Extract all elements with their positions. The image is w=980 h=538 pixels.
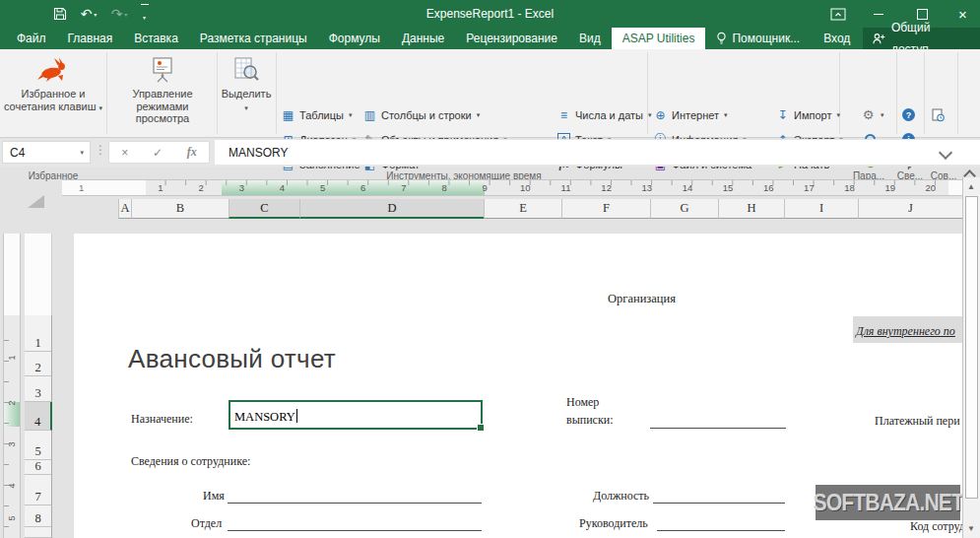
row-header[interactable]: 4 xyxy=(25,402,52,431)
ruler-number: 4 xyxy=(7,479,17,493)
recent-files-button[interactable] xyxy=(931,105,950,124)
row-number: 1 xyxy=(34,336,40,351)
scroll-down-button[interactable]: ▼ xyxy=(964,521,978,535)
active-cell-c4[interactable]: MANSORY xyxy=(229,400,483,430)
ribbon-display-options-icon xyxy=(830,8,846,21)
formula-input[interactable]: MANSORY xyxy=(215,140,980,165)
row-header[interactable] xyxy=(25,527,52,538)
scrollbar-thumb[interactable] xyxy=(965,196,978,499)
fill-handle[interactable] xyxy=(477,424,485,432)
organization-label: Организация xyxy=(608,292,676,306)
statement-number-label-line1: Номер xyxy=(566,395,599,410)
ruler-number: 14 xyxy=(683,180,693,195)
chevron-down-icon: ▾ xyxy=(99,104,103,111)
department-label: Отдел xyxy=(191,516,222,531)
row-header[interactable]: 7 xyxy=(25,475,52,505)
statement-number-label-line2: выписки: xyxy=(566,413,613,428)
settings-button[interactable]: ⚙ xyxy=(861,105,884,124)
help-button[interactable]: ? xyxy=(901,105,921,124)
name-blank xyxy=(228,503,482,504)
tab-view[interactable]: Вид xyxy=(568,28,612,49)
row-header[interactable]: 3 xyxy=(25,376,52,402)
row-number: 7 xyxy=(34,490,40,504)
tab-page-layout[interactable]: Разметка страницы xyxy=(189,28,318,49)
ruler-number: 5 xyxy=(7,511,17,525)
account-area: Вход Общий доступ xyxy=(811,28,980,49)
name-label: Имя xyxy=(203,489,225,504)
tab-home[interactable]: Главная xyxy=(57,28,124,49)
internal-use-cell: Для внутреннего по xyxy=(853,316,962,343)
column-header[interactable]: I xyxy=(784,199,858,219)
ruler-number: 2 xyxy=(7,396,17,410)
row-header[interactable]: 8 xyxy=(25,505,52,527)
name-box-value: C4 xyxy=(10,146,25,160)
select-label: Выделить xyxy=(219,88,274,101)
tab-insert[interactable]: Вставка xyxy=(123,28,189,49)
row-header[interactable]: 1 xyxy=(25,315,52,352)
share-button[interactable]: Общий доступ xyxy=(863,28,980,49)
tab-review[interactable]: Рецензирование xyxy=(455,28,568,49)
column-letter: I xyxy=(819,201,823,215)
column-header[interactable]: A xyxy=(118,199,131,219)
manage-views-button[interactable]: Управление режимами просмотра xyxy=(108,52,217,133)
ribbon-display-options-button[interactable] xyxy=(823,0,853,28)
column-letter: B xyxy=(176,201,184,215)
ruler-number: 15 xyxy=(723,180,734,195)
ribbon-separator xyxy=(924,52,925,134)
column-header[interactable]: F xyxy=(561,199,650,219)
position-label: Должность xyxy=(593,489,649,504)
import-icon: ↧ xyxy=(775,107,790,122)
column-header[interactable]: E xyxy=(484,199,561,219)
insert-function-button[interactable]: fx xyxy=(187,145,197,160)
view-modes-icon xyxy=(148,55,177,85)
row-header[interactable]: 6 xyxy=(25,460,52,475)
ruler-number: 16 xyxy=(763,180,774,195)
select-all-button[interactable] xyxy=(28,195,44,208)
name-box[interactable]: C4 ▾ xyxy=(2,141,91,164)
chevron-down-icon: ▾ xyxy=(244,104,248,111)
menu-tables[interactable]: ▦ Таблицы xyxy=(281,105,352,124)
ruler-number: 19 xyxy=(884,180,895,195)
menu-columns-rows-label: Столбцы и строки xyxy=(381,109,472,121)
manage-views-label-line1: Управление xyxy=(108,88,217,101)
ribbon-separator xyxy=(896,52,897,134)
ruler-number: 5 xyxy=(320,180,325,195)
column-header[interactable]: B xyxy=(131,199,229,219)
column-header[interactable]: J xyxy=(858,199,962,219)
menu-tables-label: Таблицы xyxy=(299,109,344,121)
menu-columns-rows[interactable]: ▥ Столбцы и строки xyxy=(362,105,480,124)
formula-bar-handle[interactable]: ⋮ xyxy=(95,143,106,157)
scroll-up-button[interactable]: ▲ xyxy=(964,179,978,193)
menu-numbers-dates[interactable]: ≡ Числа и даты xyxy=(556,105,652,124)
menu-import[interactable]: ↧ Импорт xyxy=(775,105,840,124)
tab-data[interactable]: Данные xyxy=(391,28,455,49)
favorites-shortcuts-button[interactable]: Избранное и сочетания клавиш ▾ xyxy=(2,52,104,133)
row-number: 3 xyxy=(34,386,40,401)
select-button[interactable]: Выделить ▾ xyxy=(219,52,274,133)
row-header[interactable]: 5 xyxy=(25,431,52,460)
column-header[interactable]: D xyxy=(299,199,484,219)
column-header[interactable]: C xyxy=(229,199,299,219)
row-number: 2 xyxy=(34,361,40,375)
row-number: 4 xyxy=(34,415,40,430)
excel-window: ↶▾ ↷▾ ▾ ExpenseReport1 - Excel × Файл Гл… xyxy=(0,0,980,538)
column-header[interactable]: H xyxy=(718,199,784,219)
row-header[interactable]: 2 xyxy=(25,352,52,376)
menu-internet[interactable]: ⊕ Интернет xyxy=(653,105,728,124)
cancel-entry-button[interactable]: × xyxy=(121,146,128,160)
sign-in-button[interactable]: Вход xyxy=(811,28,863,49)
ruler-ticks xyxy=(146,180,948,185)
tab-file[interactable]: Файл xyxy=(6,28,57,49)
menu-internet-label: Интернет xyxy=(672,109,719,121)
share-person-icon xyxy=(873,33,885,45)
tab-tell-me[interactable]: Помощник... xyxy=(705,28,811,49)
lightbulb-icon xyxy=(716,32,727,45)
menu-numbers-dates-label: Числа и даты xyxy=(575,109,643,121)
ruler-number: 7 xyxy=(401,180,406,195)
confirm-entry-button[interactable]: ✓ xyxy=(153,146,163,160)
tab-asap-utilities[interactable]: ASAP Utilities xyxy=(612,28,706,49)
tab-formulas[interactable]: Формулы xyxy=(318,28,391,49)
ruler-number: 6 xyxy=(360,180,365,195)
ruler-number: 18 xyxy=(844,180,855,195)
column-header[interactable]: G xyxy=(650,199,718,219)
